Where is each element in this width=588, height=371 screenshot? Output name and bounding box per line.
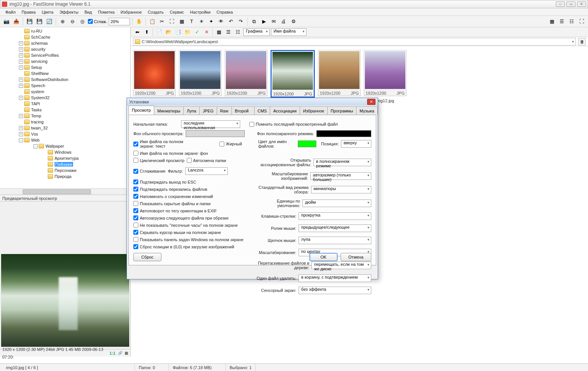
menu-Создать[interactable]: Создать — [145, 9, 167, 15]
tree-item[interactable]: ShellNew — [0, 70, 130, 76]
minimize-button[interactable]: — — [556, 2, 565, 7]
thumbnail[interactable]: 1920x1200JPG — [225, 50, 267, 96]
show-taskbar-checkbox[interactable]: Показывать панель задач Windows на полно… — [133, 237, 249, 242]
setting-select[interactable]: авторазмер (только большие) — [310, 172, 371, 180]
tree-item[interactable]: +SoftwareDistribution — [0, 76, 130, 83]
hide-cursor-checkbox[interactable]: Скрывать курсор мыши на полном экране — [133, 230, 249, 235]
reload-icon[interactable]: 🔄 — [45, 17, 53, 26]
position-select[interactable]: вверху — [341, 140, 371, 148]
smooth-checkbox[interactable]: Сглаживание — [133, 169, 166, 174]
tree-item[interactable]: tracing — [0, 119, 130, 125]
tree-item[interactable]: Природа — [0, 173, 130, 179]
reset-button[interactable]: Сброс — [133, 253, 161, 261]
tree-item[interactable]: +System32 — [0, 95, 130, 101]
tree-item[interactable]: +Speech — [0, 83, 130, 89]
thumbnail[interactable]: 1920x1200JPG — [318, 50, 361, 96]
menu-Сервис[interactable]: Сервис — [167, 9, 187, 15]
autoload-next-checkbox[interactable]: Автозагрузка следующего файла при обрезк… — [133, 215, 249, 220]
tree-item[interactable]: +Vss — [0, 131, 130, 137]
view-detail-icon[interactable]: ☷ — [568, 17, 576, 26]
tree-item[interactable]: +ServiceProfiles — [0, 52, 130, 58]
tab-Второй монитор[interactable]: Второй монитор — [231, 106, 255, 115]
menu-Эффекты[interactable]: Эффекты — [56, 9, 81, 15]
view-mode3-icon[interactable]: ☷ — [234, 28, 242, 36]
layout-icon[interactable]: ▦ — [125, 349, 128, 357]
nav-move2-icon[interactable]: 📁 — [183, 28, 192, 36]
remind-save-checkbox[interactable]: Напоминать о сохранении изменений — [133, 194, 249, 199]
start-folder-select[interactable]: последняя использованная — [181, 120, 240, 128]
name-full-bg-checkbox[interactable]: Имя файла на полном экране: фон — [133, 151, 208, 156]
tree-item[interactable]: Tasks — [0, 107, 130, 113]
menu-Правка[interactable]: Правка — [19, 9, 39, 15]
redeye-icon[interactable]: 👁 — [217, 17, 225, 26]
nav-move-icon[interactable]: 📂 — [164, 28, 173, 36]
tree-item[interactable]: +Setup — [0, 64, 130, 70]
chain-icon[interactable]: 🔗 — [118, 349, 122, 357]
maximize-button[interactable]: ▭ — [566, 2, 575, 7]
view-thumb-icon[interactable]: ▦ — [548, 17, 556, 26]
confirm-esc-checkbox[interactable]: Подтверждать выход по ESC — [133, 179, 249, 184]
tab-Избранное[interactable]: Избранное — [300, 106, 328, 115]
nav-back-icon[interactable]: ⬅ — [133, 28, 141, 36]
menu-Избранное[interactable]: Избранное — [117, 9, 145, 15]
tree-item[interactable]: Архитектура — [0, 155, 130, 161]
hand-icon[interactable]: ✋ — [135, 17, 143, 26]
setting-select[interactable]: миниатюры — [311, 186, 371, 193]
tab-Музыка[interactable]: Музыка — [356, 106, 378, 115]
fullscreen-icon[interactable]: ⛶ — [577, 17, 586, 26]
save-as-icon[interactable]: 💾 — [35, 17, 44, 26]
acquire-icon[interactable]: 📷 — [2, 17, 11, 26]
menu-Цвета[interactable]: Цвета — [39, 9, 56, 15]
nav-copy-icon[interactable]: 📄 — [155, 28, 163, 36]
tree-item[interactable]: -Web — [0, 137, 130, 143]
view-mode2-icon[interactable]: ☰ — [224, 28, 233, 36]
filter-select[interactable]: Lanczos — [185, 167, 228, 175]
autorotate-checkbox[interactable]: Автоповорот по тегу ориентации в EXIF — [133, 208, 249, 213]
tree-item[interactable]: +security — [0, 46, 130, 52]
thumbnail[interactable]: 1920x1200JPG — [364, 50, 407, 96]
tab-Программы[interactable]: Программы — [327, 106, 357, 115]
menu-Файл[interactable]: Файл — [2, 9, 19, 15]
rotate-right-icon[interactable]: ↷ — [237, 17, 245, 26]
cancel-button[interactable]: Отмена — [341, 253, 371, 261]
import-icon[interactable]: 📥 — [12, 17, 20, 26]
name-color-swatch[interactable] — [298, 140, 316, 147]
no-hourglass-checkbox[interactable]: Не показывать "песочные часы" на полном … — [133, 223, 249, 228]
preview-image[interactable] — [1, 254, 129, 347]
tab-Raw[interactable]: Raw — [217, 106, 232, 115]
menu-Пометка[interactable]: Пометка — [95, 9, 118, 15]
name-full-text-checkbox[interactable]: Имя файла на полном экране: текст — [133, 139, 196, 148]
trash-button[interactable]: 🗑 — [578, 38, 586, 45]
thumbnail[interactable]: 1920x1200JPG — [179, 50, 222, 96]
setting-select[interactable]: лупа — [299, 237, 371, 244]
tree-item[interactable]: Windows — [0, 149, 130, 155]
reset-pos-checkbox[interactable]: Сброс позиции в (0,0) при загрузке изобр… — [133, 244, 249, 249]
tab-JPEG[interactable]: JPEG — [199, 106, 217, 115]
print-icon[interactable]: 🖨 — [280, 17, 288, 26]
menu-Справка[interactable]: Справка — [214, 9, 236, 15]
setting-select[interactable]: предыдущее/следующее — [299, 224, 371, 232]
menu-Вид[interactable]: Вид — [81, 9, 95, 15]
smoothing-checkbox[interactable]: Сглаж. — [88, 19, 107, 24]
tree-item[interactable]: +servicing — [0, 58, 130, 64]
tab-Просмотр[interactable]: Просмотр — [128, 106, 154, 115]
thumbnail[interactable]: 1920x1200JPG — [133, 50, 176, 96]
show-hidden-checkbox[interactable]: Показывать скрытые файлы и папки — [133, 201, 249, 206]
setting-select[interactable]: дюйм — [302, 200, 371, 207]
resize-icon[interactable]: ⛶ — [168, 17, 176, 26]
cycle-checkbox[interactable]: Циклический просмотр — [133, 158, 185, 163]
tree-item[interactable]: +Temp — [0, 113, 130, 119]
sortby-combo[interactable]: Имя файла — [271, 28, 307, 36]
tree-item[interactable]: +twain_32 — [0, 125, 130, 131]
save-icon[interactable]: 💾 — [25, 17, 34, 26]
tab-Лупа[interactable]: Лупа — [183, 106, 200, 115]
view-mode1-icon[interactable]: ▦ — [215, 28, 223, 36]
tree-item[interactable]: Пейзажи — [0, 161, 130, 167]
crop-icon[interactable]: ✂ — [158, 17, 166, 26]
nav-delete-icon[interactable]: ✕ — [202, 28, 211, 36]
bold-checkbox[interactable]: Жирный — [219, 142, 242, 147]
tree-item[interactable]: system — [0, 89, 130, 95]
zoom-in-icon[interactable]: ⊕ — [58, 17, 67, 26]
close-button[interactable]: ✕ — [577, 2, 586, 7]
tree-item[interactable]: TAPI — [0, 101, 130, 107]
